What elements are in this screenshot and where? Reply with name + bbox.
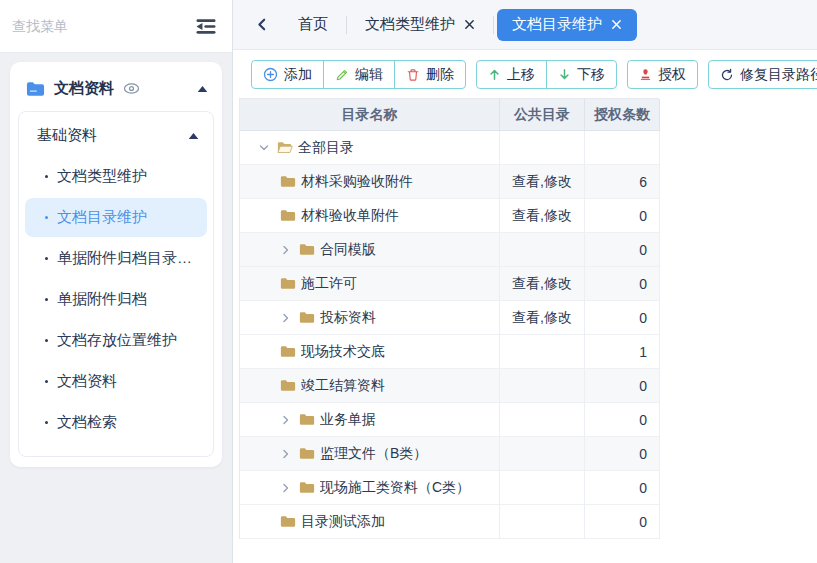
pencil-icon (335, 68, 349, 82)
bullet-dot (45, 216, 48, 219)
edit-button-label: 编辑 (355, 66, 383, 84)
cell-directory-name: 合同模版 (240, 233, 500, 267)
tab-bar: 首页 文档类型维护 (233, 0, 817, 50)
tab-wrap: 首页 (283, 9, 343, 41)
directory-name: 业务单据 (320, 411, 376, 429)
sidebar-group-header[interactable]: 基础资料 (25, 114, 207, 155)
cell-public-permissions: 查看,修改 (500, 165, 585, 199)
table-row[interactable]: 施工许可 查看,修改 0 (240, 267, 659, 301)
folder-icon (280, 345, 296, 358)
move-button-group: 上移 下移 (476, 60, 617, 89)
cell-directory-name: 施工许可 (240, 267, 500, 301)
cell-public-permissions: 查看,修改 (500, 301, 585, 335)
chevron-right-icon[interactable] (280, 448, 292, 460)
tab-close-icon[interactable] (464, 19, 475, 30)
chevron-right-icon[interactable] (280, 312, 292, 324)
sidebar-menu-item[interactable]: 文档资料 (25, 362, 207, 401)
stamp-icon (639, 68, 652, 81)
table-row[interactable]: 现场技术交底 1 (240, 335, 659, 369)
table-row[interactable]: 全部目录 (240, 131, 659, 165)
cell-directory-name: 竣工结算资料 (240, 369, 500, 403)
table-row[interactable]: 监理文件（B类） 0 (240, 437, 659, 471)
caret-up-icon[interactable] (197, 85, 208, 93)
repair-path-button[interactable]: 修复目录路径 (708, 60, 817, 89)
cell-auth-count (585, 131, 660, 165)
sidebar-menu-item-label: 文档资料 (57, 372, 117, 391)
tab-close-icon[interactable] (611, 19, 622, 30)
folder-icon (299, 447, 315, 460)
cell-auth-count: 0 (585, 505, 660, 539)
cell-directory-name: 现场技术交底 (240, 335, 500, 369)
edit-button[interactable]: 编辑 (323, 60, 395, 89)
cell-auth-count: 0 (585, 403, 660, 437)
arrow-down-icon (558, 68, 571, 81)
chevron-down-icon[interactable] (258, 142, 270, 154)
directory-name: 监理文件（B类） (320, 445, 427, 463)
tab-list: 首页 文档类型维护 (283, 9, 637, 41)
chevron-right-icon[interactable] (280, 482, 292, 494)
cell-directory-name: 监理文件（B类） (240, 437, 500, 471)
sidebar-menu-list: 文档类型维护 文档目录维护 单据附件归档目录… (25, 157, 207, 442)
sidebar-section-docs[interactable]: 文档资料 (16, 66, 216, 111)
cell-public-permissions (500, 233, 585, 267)
cell-public-permissions (500, 403, 585, 437)
cell-directory-name: 业务单据 (240, 403, 500, 437)
sidebar-menu-item[interactable]: 单据附件归档目录… (25, 239, 207, 278)
directory-name: 全部目录 (298, 139, 354, 157)
table-row[interactable]: 合同模版 0 (240, 233, 659, 267)
folder-open-icon (277, 141, 293, 154)
delete-button[interactable]: 删除 (394, 60, 466, 89)
move-down-button[interactable]: 下移 (546, 60, 617, 89)
table-row[interactable]: 材料验收单附件 查看,修改 0 (240, 199, 659, 233)
tab[interactable]: 首页 (283, 9, 343, 41)
column-header-name[interactable]: 目录名称 (240, 99, 500, 131)
folder-blue-icon (26, 81, 45, 97)
bullet-dot (45, 257, 48, 260)
directory-name: 施工许可 (301, 275, 357, 293)
tab-wrap: 文档目录维护 (490, 9, 637, 41)
main-panel: 首页 文档类型维护 (233, 0, 817, 563)
authorize-label: 授权 (658, 66, 686, 84)
circle-plus-icon (263, 67, 278, 82)
column-header-public[interactable]: 公共目录 (500, 99, 585, 131)
directory-name: 材料采购验收附件 (301, 173, 413, 191)
cell-directory-name: 目录测试添加 (240, 505, 500, 539)
sidebar-menu-card: 文档资料 基础资料 (10, 62, 222, 467)
chevron-right-icon[interactable] (280, 244, 292, 256)
search-input[interactable] (12, 18, 186, 34)
bullet-dot (45, 380, 48, 383)
table-row[interactable]: 业务单据 0 (240, 403, 659, 437)
add-button[interactable]: 添加 (251, 60, 324, 89)
sidebar-menu-item[interactable]: 文档类型维护 (25, 157, 207, 196)
move-up-button[interactable]: 上移 (476, 60, 547, 89)
directory-name: 竣工结算资料 (301, 377, 385, 395)
table-row[interactable]: 目录测试添加 0 (240, 505, 659, 539)
sidebar-menu-item[interactable]: 文档存放位置维护 (25, 321, 207, 360)
sidebar-menu-item[interactable]: 文档检索 (25, 403, 207, 442)
arrow-up-icon (488, 68, 501, 81)
table-row[interactable]: 现场施工类资料（C类） 0 (240, 471, 659, 505)
cell-auth-count: 0 (585, 471, 660, 505)
cell-auth-count: 0 (585, 369, 660, 403)
table-row[interactable]: 投标资料 查看,修改 0 (240, 301, 659, 335)
folder-icon (299, 311, 315, 324)
tab[interactable]: 文档目录维护 (497, 9, 637, 41)
table-row[interactable]: 材料采购验收附件 查看,修改 6 (240, 165, 659, 199)
sidebar-menu-item[interactable]: 单据附件归档 (25, 280, 207, 319)
eye-icon[interactable] (123, 82, 140, 95)
tab-wrap: 文档类型维护 (343, 9, 490, 41)
table-row[interactable]: 竣工结算资料 0 (240, 369, 659, 403)
cell-auth-count: 0 (585, 301, 660, 335)
column-header-count[interactable]: 授权条数 (585, 99, 660, 131)
bullet-dot (45, 298, 48, 301)
cell-directory-name: 现场施工类资料（C类） (240, 471, 500, 505)
authorize-button[interactable]: 授权 (627, 60, 698, 89)
cell-public-permissions (500, 369, 585, 403)
tab[interactable]: 文档类型维护 (350, 9, 490, 41)
chevron-right-icon[interactable] (280, 414, 292, 426)
folder-icon (299, 413, 315, 426)
sidebar: 文档资料 基础资料 (0, 0, 233, 563)
back-chevron-icon[interactable] (247, 17, 277, 32)
sidebar-menu-item[interactable]: 文档目录维护 (25, 198, 207, 237)
collapse-menu-icon[interactable] (194, 17, 218, 36)
